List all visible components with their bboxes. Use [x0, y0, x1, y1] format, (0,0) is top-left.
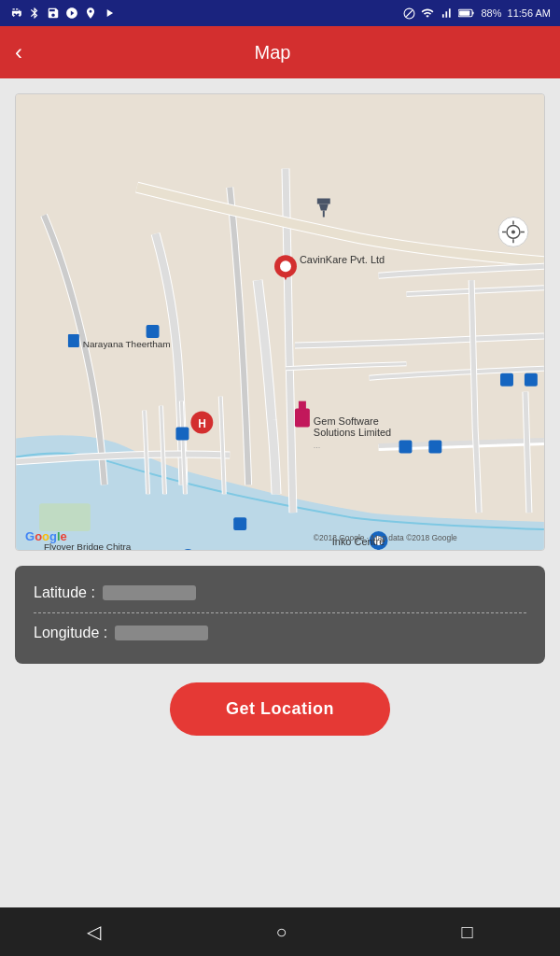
svg-rect-14 [525, 373, 538, 387]
svg-text:Google: Google [25, 529, 67, 543]
location-icon [84, 7, 97, 20]
block-icon [65, 7, 78, 20]
page-title: Map [37, 42, 508, 63]
svg-point-17 [280, 260, 291, 272]
svg-text:CavinKare Pvt. Ltd: CavinKare Pvt. Ltd [300, 254, 385, 265]
svg-text:Narayana Theertham: Narayana Theertham [83, 339, 171, 349]
svg-rect-3 [472, 12, 474, 15]
longitude-row: Longitude : [34, 625, 526, 641]
back-nav-icon[interactable]: ◁ [87, 921, 101, 943]
svg-text:©2018 Google · Map data ©2018 : ©2018 Google · Map data ©2018 Google [314, 533, 457, 542]
time-text: 11:56 AM [508, 7, 551, 19]
home-nav-icon[interactable]: ○ [275, 921, 287, 943]
svg-marker-39 [317, 199, 330, 204]
svg-rect-7 [39, 503, 91, 531]
svg-text:H: H [198, 417, 206, 430]
block-circle-icon [403, 7, 415, 20]
get-location-button[interactable]: Get Location [170, 682, 390, 736]
svg-rect-9 [175, 428, 189, 441]
svg-rect-12 [428, 440, 441, 453]
map-svg: CavinKare Pvt. Ltd Narayana Theertham Ge… [16, 94, 544, 550]
svg-point-44 [511, 230, 515, 233]
latitude-row: Latitude : [34, 584, 526, 601]
svg-rect-13 [500, 373, 513, 387]
battery-text: 88% [481, 7, 501, 19]
status-right: 88% 11:56 AM [403, 7, 551, 20]
svg-rect-19 [68, 334, 79, 347]
latitude-value [103, 585, 196, 600]
back-button[interactable]: ‹ [15, 41, 22, 63]
save-icon [47, 7, 60, 20]
latitude-label: Latitude : [34, 584, 95, 601]
svg-rect-4 [460, 10, 470, 15]
top-app-bar: ‹ Map [0, 26, 560, 78]
button-container: Get Location [15, 682, 545, 736]
svg-rect-11 [399, 440, 412, 453]
svg-line-1 [407, 10, 413, 17]
bluetooth-icon [28, 7, 41, 20]
main-content: CavinKare Pvt. Ltd Narayana Theertham Ge… [0, 78, 560, 907]
info-panel: Latitude : Longitude : [15, 566, 545, 664]
svg-rect-10 [233, 517, 246, 530]
battery-icon [458, 7, 475, 20]
usb-icon [9, 7, 22, 20]
play-icon [103, 7, 116, 20]
longitude-value [115, 626, 208, 640]
wifi-icon [421, 7, 434, 20]
status-icons-left [9, 7, 116, 20]
map-view[interactable]: CavinKare Pvt. Ltd Narayana Theertham Ge… [15, 93, 545, 551]
signal-icon [440, 7, 453, 20]
recents-nav-icon[interactable]: □ [461, 921, 472, 943]
svg-text:Gem Software: Gem Software [314, 415, 379, 427]
svg-text:Solutions Limited: Solutions Limited [314, 427, 391, 438]
svg-rect-21 [295, 409, 310, 428]
longitude-label: Longitude : [34, 625, 107, 641]
info-divider [34, 612, 526, 613]
status-bar: 88% 11:56 AM [0, 0, 560, 26]
svg-rect-22 [299, 401, 306, 411]
bottom-nav: ◁ ○ □ [0, 907, 560, 956]
svg-text:...: ... [314, 441, 320, 450]
svg-rect-8 [147, 325, 160, 338]
